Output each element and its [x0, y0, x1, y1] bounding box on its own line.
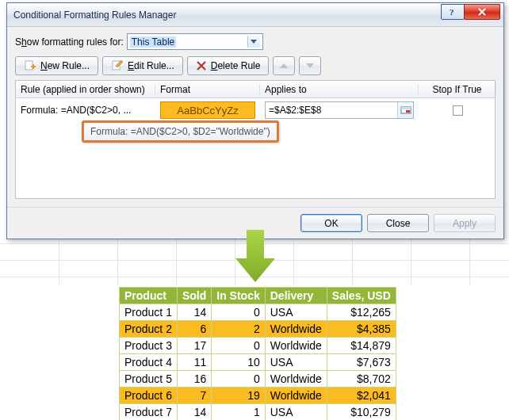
th-sales: Sales, USD — [327, 288, 396, 304]
cell-sold: 11 — [177, 354, 211, 371]
edit-rule-icon — [111, 59, 124, 72]
cell-sales: $14,879 — [327, 338, 396, 354]
new-rule-icon — [24, 59, 36, 72]
cell-sold: 16 — [177, 371, 211, 388]
th-sold: Sold — [177, 288, 211, 304]
svg-text:?: ? — [450, 7, 454, 17]
cell-instock: 10 — [212, 354, 265, 371]
svg-rect-5 — [406, 110, 410, 113]
result-table: Product Sold In Stock Delivery Sales, US… — [119, 287, 396, 420]
dialog-title: Conditional Formatting Rules Manager — [13, 10, 176, 21]
apply-button[interactable]: Apply — [434, 214, 496, 232]
close-button[interactable]: Close — [367, 214, 429, 232]
delete-rule-icon — [196, 60, 207, 71]
cell-delivery: USA — [265, 304, 327, 321]
table-header-row: Product Sold In Stock Delivery Sales, US… — [120, 288, 396, 304]
cell-delivery: Worldwide — [265, 371, 327, 388]
table-row[interactable]: Product 7141USA$10,279 — [120, 404, 396, 421]
cell-instock: 19 — [212, 388, 265, 404]
move-up-button[interactable] — [273, 56, 295, 75]
delete-rule-button[interactable]: Delete Rule — [187, 56, 270, 75]
applies-to-input[interactable] — [266, 102, 397, 118]
cell-delivery: Worldwide — [265, 388, 327, 404]
range-picker-icon[interactable] — [397, 102, 413, 118]
titlebar[interactable]: Conditional Formatting Rules Manager ? — [7, 3, 503, 27]
cell-product: Product 4 — [120, 354, 178, 371]
formula-tooltip: Formula: =AND($C2>0, $D2="Worldwide") — [82, 120, 279, 143]
move-down-button[interactable] — [299, 56, 321, 75]
table-row[interactable]: Product 6719Worldwide$2,041 — [120, 388, 396, 404]
format-preview: AaBbCcYyZz — [160, 101, 255, 119]
cell-product: Product 1 — [120, 304, 178, 321]
cell-sales: $12,265 — [327, 304, 396, 321]
svg-rect-4 — [401, 107, 411, 109]
help-button[interactable]: ? — [441, 4, 465, 20]
table-row[interactable]: Product 262Worldwide$4,385 — [120, 321, 396, 338]
grid-header: Rule (applied in order shown) Format App… — [16, 81, 495, 98]
stop-if-true-checkbox[interactable] — [453, 105, 463, 116]
cell-sales: $7,673 — [327, 354, 396, 371]
cell-instock: 0 — [212, 304, 265, 321]
cell-sales: $4,385 — [327, 321, 396, 338]
col-rule: Rule (applied in order shown) — [16, 84, 155, 95]
table-row[interactable]: Product 3170Worldwide$14,879 — [120, 338, 396, 354]
col-stopiftrue: Stop If True — [419, 84, 496, 95]
cell-delivery: USA — [265, 404, 327, 421]
cell-delivery: Worldwide — [265, 338, 327, 354]
cell-sales: $2,041 — [327, 388, 396, 404]
cell-instock: 0 — [212, 371, 265, 388]
down-arrow-icon — [235, 230, 275, 282]
cell-product: Product 2 — [120, 321, 178, 338]
rule-formula-cell: Formula: =AND($C2>0, ... — [16, 98, 155, 122]
th-delivery: Delivery — [265, 288, 327, 304]
th-product: Product — [120, 288, 178, 304]
cell-product: Product 5 — [120, 371, 178, 388]
cell-instock: 0 — [212, 338, 265, 354]
cell-delivery: USA — [265, 354, 327, 371]
cell-sales: $10,279 — [327, 404, 396, 421]
cell-product: Product 6 — [120, 388, 178, 404]
chevron-down-icon — [306, 63, 314, 69]
chevron-down-icon — [247, 36, 260, 48]
chevron-up-icon — [280, 63, 288, 69]
cell-instock: 2 — [212, 321, 265, 338]
cell-sold: 17 — [177, 338, 211, 354]
edit-rule-button[interactable]: Edit Rule... — [102, 56, 183, 75]
dropdown-selected: This Table — [130, 36, 176, 48]
th-instock: In Stock — [212, 288, 265, 304]
table-row[interactable]: Product 41110USA$7,673 — [120, 354, 396, 371]
cell-instock: 1 — [212, 404, 265, 421]
col-format: Format — [155, 84, 260, 95]
cell-sold: 6 — [177, 321, 211, 338]
cell-sold: 7 — [177, 388, 211, 404]
applies-to-field[interactable] — [265, 101, 414, 119]
cell-product: Product 3 — [120, 338, 178, 354]
show-rules-for-dropdown[interactable]: This Table — [127, 33, 263, 50]
table-row[interactable]: Product 1140USA$12,265 — [120, 304, 396, 321]
svg-rect-1 — [25, 61, 33, 70]
new-rule-button[interactable]: New Rule... — [15, 56, 98, 75]
rule-row[interactable]: Formula: =AND($C2>0, ... AaBbCcYyZz — [16, 98, 495, 122]
cell-product: Product 7 — [120, 404, 178, 421]
window-close-button[interactable] — [464, 4, 500, 20]
col-appliesto: Applies to — [260, 84, 419, 95]
show-rules-for-label: Show formatting rules for: — [15, 36, 124, 48]
cell-sales: $8,702 — [327, 371, 396, 388]
cell-delivery: Worldwide — [265, 321, 327, 338]
cell-sold: 14 — [177, 304, 211, 321]
cell-sold: 14 — [177, 404, 211, 421]
table-row[interactable]: Product 5160Worldwide$8,702 — [120, 371, 396, 388]
ok-button[interactable]: OK — [300, 214, 362, 232]
